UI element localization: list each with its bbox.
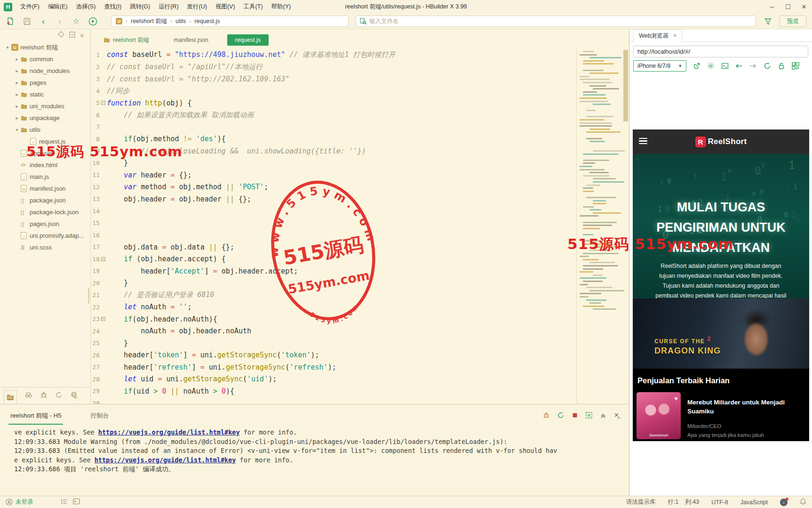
code-line-15[interactable]: 15 [91,217,576,229]
code-line-11[interactable]: 11 var header = {}; [91,169,576,181]
code-line-2[interactable]: 2// const baseUrl = "/apiUrl"//本地运行 [91,61,576,73]
code-editor[interactable]: reelshort 前端 manifest.json request.js 1c… [91,29,629,404]
console-collapse-icon[interactable] [600,412,606,420]
console-debug-icon[interactable] [542,411,550,421]
code-line-14[interactable]: 14 [91,205,576,218]
tree-item-pages-json[interactable]: [ ]pages.json [0,218,90,230]
collapse-all-icon[interactable] [69,31,75,40]
device-select[interactable]: iPhone 6/7/8▼ [633,60,686,72]
code-area[interactable]: 1const baseUrl = "https://498.jiuzhouw.n… [91,48,576,404]
lock-icon[interactable] [777,62,785,70]
minimap-scrollbar[interactable] [623,50,628,121]
app-logo[interactable]: R ReelShort [633,137,809,147]
code-line-26[interactable]: 26 header['token'] = uni.getStorageSync(… [91,349,576,362]
code-line-21[interactable]: 21 // 是否验证用户登录 6810 [91,289,576,301]
tree-item-app-vue[interactable]: VApp.vue [0,147,90,159]
tree-item-uni-promisify-adap-[interactable]: Juni.promisify.adap... [0,230,90,242]
console-clear-icon[interactable] [613,412,621,421]
preview-button[interactable]: 预览 [780,16,806,27]
code-line-27[interactable]: 27 header['refresh'] = uni.getStorageSyn… [91,361,576,373]
drama-thumbnail[interactable]: ♥ Sweetheart [637,392,681,439]
code-line-7[interactable]: 7 [91,121,576,133]
code-line-12[interactable]: 12 var method = obj.method || 'POST'; [91,181,576,194]
close-button[interactable]: ✕ [796,0,812,14]
menu-item-0[interactable]: 文件(F) [16,0,44,14]
code-line-16[interactable]: 16 [91,229,576,242]
menu-item-9[interactable]: 帮助(Y) [267,0,295,14]
search-input[interactable] [369,18,752,24]
menu-item-2[interactable]: 选择(S) [72,0,100,14]
code-line-22[interactable]: 22 let noAuth = ''; [91,301,576,314]
filter-icon[interactable] [763,16,772,26]
console-link[interactable]: https://vuejs.org/guide/list.html#key [95,456,236,464]
tab-manifest-json[interactable]: manifest.json [174,37,208,43]
minimap[interactable] [576,48,628,404]
menu-item-1[interactable]: 编辑(E) [44,0,72,14]
console-link[interactable]: https://vuejs.org/guide/list.html#key [98,428,240,436]
menu-item-8[interactable]: 工具(T) [239,0,267,14]
nav-back-icon[interactable] [735,62,743,70]
tree-item-package-json[interactable]: [ ]package.json [0,194,90,206]
favorite-star-icon[interactable]: ☆ [72,16,81,26]
tab-project-folder[interactable]: reelshort 前端 [103,36,149,44]
code-line-24[interactable]: 24 noAuth = obj.header.noAuth [91,325,576,338]
tree-item-pages[interactable]: ▸pages [0,77,90,89]
outline-icon[interactable] [61,499,67,506]
phone-viewport[interactable]: R ReelShort MULAI TUGAS PENGIRIMAN UNTUK… [633,129,809,441]
cursor-line[interactable]: 行:1 [668,498,678,506]
code-line-20[interactable]: 20 } [91,277,576,290]
tree-item-package-lock-json[interactable]: [ ]package-lock.json [0,206,90,218]
tab-request-js[interactable]: request.js [227,34,269,46]
code-line-28[interactable]: 28 let uid = uni.getStorageSync('uid'); [91,373,576,386]
language-mode[interactable]: JavaScript [740,499,768,506]
cursor-column[interactable]: 列:43 [685,498,699,506]
code-line-9[interactable]: 9 // !obj.closeLoading && uni.showLoadin… [91,145,576,157]
save-icon[interactable] [22,16,32,26]
terminal-icon[interactable] [73,498,80,506]
console-stop-icon[interactable] [572,412,578,420]
console-tab-console[interactable]: 控制台 [90,411,109,421]
webview-tab[interactable]: Web浏览器 × [633,30,682,42]
qr-code-icon[interactable] [791,62,799,70]
tree-item-uni-modules[interactable]: ▸uni_modules [0,100,90,112]
code-line-8[interactable]: 8 if(obj.method != 'des'){ [91,133,576,145]
console-screenshot-icon[interactable] [585,411,593,421]
forward-icon[interactable]: › [55,16,64,26]
minimize-button[interactable]: ─ [764,0,780,14]
tree-item-utils[interactable]: ▾utils [0,124,90,136]
tree-item-main-js[interactable]: Jmain.js [0,171,90,183]
menu-item-3[interactable]: 查找(I) [100,0,126,14]
file-search-box[interactable] [356,16,756,27]
refresh-icon[interactable] [763,62,771,70]
tree-item-node-modules[interactable]: ▸node_modules [0,65,90,77]
new-file-icon[interactable] [6,16,15,26]
menu-item-6[interactable]: 发行(U) [183,0,211,14]
breadcrumb-project[interactable]: reelshort 前端 [131,17,167,25]
fold-marker-icon[interactable]: – [100,257,107,261]
explorer-tab-icon[interactable] [4,390,17,404]
tree-item-index-html[interactable]: <>index.html [0,159,90,171]
movie-banner[interactable]: CURSE OF THE 2 DRAGON KING [633,298,809,369]
settings-gear-icon[interactable] [707,62,715,70]
code-line-30[interactable]: 30 [91,397,576,404]
bell-icon[interactable] [800,498,806,507]
tree-item-unpackage[interactable]: ▸unpackage [0,112,90,124]
explorer-menu-icon[interactable]: ≡ [80,32,84,39]
tree-item-manifest-json[interactable]: ⚙manifest.json [0,183,90,194]
devtools-console-icon[interactable] [721,62,729,70]
menu-item-4[interactable]: 跳转(G) [126,0,154,14]
code-line-17[interactable]: 17 obj.data = obj.data || {}; [91,241,576,253]
console-tab-h5[interactable]: reelshort 前端 - H5 [10,411,61,421]
back-icon[interactable]: ‹ [39,16,48,26]
tree-item-uni-scss[interactable]: Suni.scss [0,242,90,253]
breadcrumb-folder[interactable]: utils [175,18,186,24]
debug-tab-icon[interactable] [40,391,48,401]
code-line-23[interactable]: 23– if(obj.header.noAuth){ [91,313,576,325]
locate-file-icon[interactable] [58,31,64,40]
encoding-status[interactable]: UTF-8 [711,499,728,506]
update-icon[interactable]: ↓ [780,499,788,506]
code-line-29[interactable]: 29 if(uid > 0 || noAuth > 0){ [91,385,576,397]
open-external-icon[interactable] [693,62,701,70]
syntax-lib-status[interactable]: 语法提示库 [626,498,656,506]
tree-item-request-js[interactable]: Jrequest.js [0,136,90,147]
